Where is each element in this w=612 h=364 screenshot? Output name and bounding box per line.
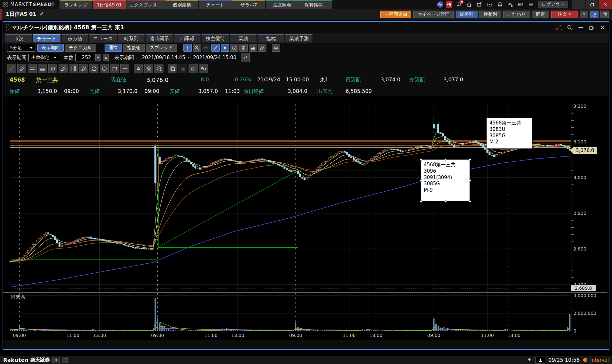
tab-1[interactable]: 市況 [5,34,32,43]
edit-workspace-icon[interactable] [39,11,44,18]
bell-icon[interactable] [496,1,504,8]
annotation-resize-handle[interactable] [420,179,422,182]
share-button[interactable] [590,11,598,18]
chart-settings-button[interactable] [258,44,266,52]
panel-view-icon[interactable] [62,357,69,363]
annotation-resize-handle[interactable] [420,159,422,161]
yen-scale-button[interactable]: ¥ [221,44,229,52]
tab-11[interactable]: 業績予測 [285,34,313,43]
drag-handle[interactable] [6,24,9,31]
minimize-button[interactable] [572,0,585,9]
annotation-resize-handle[interactable] [444,200,447,203]
media-icon[interactable] [486,1,494,8]
annotation-resize-handle[interactable] [420,200,422,203]
indexed-button[interactable]: 指数化 [123,44,145,52]
ray-lines-tool[interactable] [79,64,88,73]
trendline-tool[interactable] [7,64,16,73]
display-period-button[interactable]: 表示期間 [37,44,64,52]
polygon-tool[interactable] [89,64,98,73]
link-window-icon[interactable]: 1 [555,23,562,31]
add-window-icon[interactable] [476,1,483,8]
duplicate-tool[interactable] [168,64,177,73]
collapse-bar-icon[interactable] [52,357,60,363]
tab-3[interactable]: 歩み値 [61,34,88,43]
tab-9[interactable]: 業績 [230,34,257,43]
popout-button[interactable] [600,11,609,18]
tab-5[interactable]: 時系列 [118,34,145,43]
restore-button[interactable] [586,0,598,9]
tab-4[interactable]: ニュース [89,34,117,43]
horizontal-align-button[interactable]: 横整列 [479,11,501,18]
top-tab-3[interactable]: エクスプレス... [126,0,165,9]
count-down-spinner[interactable]: ▼ [95,54,101,61]
add-screen-button[interactable]: ＋画面追加 [380,11,411,18]
normal-button[interactable]: 通常 [105,44,122,52]
print-button[interactable] [272,44,280,52]
tab-8[interactable]: 株主優待 [201,34,229,43]
window-restore-icon[interactable] [588,23,595,31]
top-tab-6[interactable]: ザラバ7 [232,0,266,9]
tab-10[interactable]: 指標 [257,34,284,43]
multi-horizontal-lines-tool[interactable] [38,64,47,73]
mypage-button[interactable]: マイページ管理 [413,11,453,18]
search-icon[interactable] [566,23,573,31]
parallel-lines-tool[interactable] [28,64,37,73]
top-tab-7[interactable]: 注文照会 [266,0,299,9]
price-chart[interactable]: 3,2003,1003,0002,9002,8002,7004,000,0002… [3,96,609,340]
ellipse-tool[interactable] [100,64,109,73]
annotation-resize-handle[interactable] [469,200,471,203]
annotation-resize-handle[interactable] [444,159,447,161]
settings-gear-icon[interactable] [506,1,514,8]
icon-stamp-tool[interactable]: ICON [144,64,153,73]
chart-type-button[interactable] [249,44,257,52]
menu-icon[interactable] [527,1,535,8]
sound-icon[interactable] [527,357,532,363]
logout-button[interactable]: ログアウト [538,1,568,8]
vertical-align-button[interactable]: 縦整列 [456,11,478,18]
fibonacci-circle-tool[interactable] [48,64,57,73]
count-up-spinner[interactable]: ▲ [103,54,109,61]
candle-chart-icon[interactable] [446,1,452,8]
annotation-resize-handle[interactable] [469,159,471,161]
pulse-chart-icon[interactable] [437,1,443,8]
clear-annotations-tool[interactable]: A [199,64,208,73]
period-mode-select[interactable]: 本数指定 [28,54,59,61]
time-marker-tool[interactable] [154,64,163,73]
notification-chat-icon[interactable]: !N [455,1,463,8]
zoom-in-button[interactable] [193,44,201,52]
help-button[interactable]: ? [580,11,588,18]
window-menu-icon[interactable] [577,23,584,31]
tab-6[interactable]: 適時開示 [145,34,173,43]
user-icon[interactable] [535,357,545,364]
timeframe-select[interactable]: 5分足 [7,44,35,52]
reset-period-button[interactable] [241,53,250,62]
bar-count-input[interactable] [75,54,93,61]
top-tab-5[interactable]: チャート [199,0,232,9]
top-tab-2[interactable]: 1日信AS 01 [93,0,126,9]
top-tab-4[interactable]: 個別銘柄 [165,0,199,9]
technical-button[interactable]: テクニカル [65,44,96,52]
horizontal-line-tool[interactable] [120,64,129,73]
tab-2[interactable]: チャート [33,34,61,43]
annotation-resize-handle[interactable] [469,179,471,182]
rectangle-tool[interactable] [110,64,119,73]
web-icon[interactable]: WEB [517,1,524,8]
pin-button[interactable]: 固定 [532,11,549,18]
kodawari-button[interactable]: こだわり [503,11,530,18]
vertical-lines-tool[interactable] [69,64,78,73]
chart-annotation-1[interactable]: 4568第一三共3083U3085GM-2 [487,118,532,149]
crosshair-button[interactable] [183,44,192,52]
tab-7[interactable]: 四季報 [174,34,201,43]
spread-button[interactable]: スプレッド [146,44,177,52]
info-button[interactable]: i [230,44,238,52]
eraser-tool[interactable] [189,64,198,73]
my-chart-button[interactable]: MY [239,44,248,52]
app-close-button[interactable] [599,0,612,9]
draw-button[interactable] [211,44,220,52]
top-tab-8[interactable]: 保有銘柄... [299,0,333,9]
text-tool[interactable]: A [134,64,143,73]
order-button[interactable]: 注文 [551,11,578,18]
window-close-icon[interactable] [598,23,606,31]
top-tab-1[interactable]: ランキング [60,0,93,9]
ruler-tool[interactable] [17,64,26,73]
